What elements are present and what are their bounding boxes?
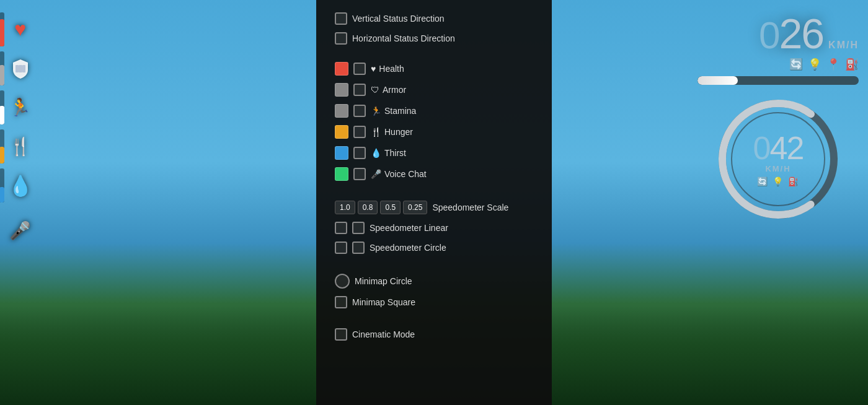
hud-item-hunger: 🍴: [3, 129, 78, 163]
armor-label: 🛡 Armor: [371, 85, 406, 95]
status-health-row: ♥ Health: [335, 62, 533, 76]
thirst-bar-container: [0, 168, 4, 202]
linear-speedometer: 026 KM/H 🔄 💡 📍 ⛽: [685, 12, 859, 85]
hunger-color-swatch[interactable]: [335, 125, 348, 139]
hunger-bar-container: [0, 129, 4, 163]
circle-speedometer: 042 KM/H 🔄 💡 ⛽: [716, 97, 840, 221]
needle-icon: 📍: [826, 58, 840, 71]
minimap-square-label: Minimap Square: [352, 297, 415, 307]
speedometer-circle-checkbox-1[interactable]: [335, 242, 347, 254]
circle-speed-inner: 042 KM/H 🔄 💡 ⛽: [753, 132, 804, 186]
voice-icon: 🎤: [3, 214, 37, 248]
circle-speedometer-container: 042 KM/H 🔄 💡 ⛽: [716, 97, 852, 221]
status-voice-row: 🎤 Voice Chat: [335, 167, 533, 181]
voice-setting-icon: 🎤: [371, 169, 381, 179]
stamina-color-swatch[interactable]: [335, 104, 348, 118]
status-hunger-row: 🍴 Hunger: [335, 125, 533, 139]
speedometer-circle-checkbox-2[interactable]: [352, 242, 365, 254]
armor-setting-icon: 🛡: [371, 85, 379, 95]
lights-icon: 💡: [808, 58, 822, 71]
scale-1-0-button[interactable]: 1.0: [335, 201, 355, 214]
car-icon: 🔄: [789, 58, 803, 71]
armor-checkbox[interactable]: [353, 84, 366, 96]
horizontal-status-row: Horizontal Status Direction: [335, 32, 533, 45]
svg-rect-2: [22, 65, 25, 72]
fuel-icon-linear: ⛽: [845, 58, 859, 71]
speed-bar: [698, 76, 859, 85]
svg-rect-1: [16, 65, 19, 72]
scale-0-5-button[interactable]: 0.5: [380, 201, 401, 214]
hud-item-thirst: 💧: [3, 168, 78, 202]
thirst-checkbox[interactable]: [353, 147, 366, 159]
stamina-setting-icon: 🏃: [371, 106, 381, 116]
voice-checkbox[interactable]: [353, 168, 366, 180]
minimap-square-row: Minimap Square: [335, 296, 533, 308]
linear-icons-row: 🔄 💡 📍 ⛽: [685, 58, 859, 71]
circle-icons-row: 🔄 💡 ⛽: [753, 176, 804, 186]
stamina-checkbox[interactable]: [353, 105, 366, 117]
health-setting-icon: ♥: [371, 64, 376, 74]
speedometer-circle-label: Speedometer Circle: [370, 243, 446, 253]
cinematic-mode-row: Cinematic Mode: [335, 328, 533, 341]
stamina-bar: [0, 106, 4, 124]
minimap-circle-row: Minimap Circle: [335, 274, 533, 289]
armor-bar-container: [0, 51, 4, 85]
health-icon: ♥: [3, 12, 37, 46]
left-hud: ♥ 🏃 🍴 💧 🎤: [0, 0, 81, 405]
thirst-icon: 💧: [3, 168, 37, 202]
voice-color-swatch[interactable]: [335, 167, 348, 181]
cinematic-mode-checkbox[interactable]: [335, 328, 347, 341]
status-stamina-row: 🏃 Stamina: [335, 104, 533, 118]
speedometer-scale-row: 1.0 0.8 0.5 0.25 Speedometer Scale: [335, 201, 533, 214]
linear-speed-leading: 0: [759, 14, 779, 56]
thirst-label: 💧 Thirst: [371, 148, 406, 158]
hud-item-armor: [3, 51, 78, 85]
linear-speed-digits: 26: [779, 10, 823, 57]
circle-speed-digits: 42: [770, 130, 804, 166]
health-label: ♥ Health: [371, 64, 404, 74]
armor-bar: [0, 65, 4, 85]
vertical-status-label: Vertical Status Direction: [352, 14, 445, 24]
hud-item-stamina: 🏃: [3, 90, 78, 124]
vertical-status-checkbox[interactable]: [335, 12, 347, 25]
circle-car-icon: 🔄: [757, 176, 768, 186]
minimap-circle-checkbox[interactable]: [335, 274, 350, 289]
speedometer-linear-checkbox-1[interactable]: [335, 222, 347, 234]
linear-speed-unit: KM/H: [828, 40, 859, 51]
horizontal-status-checkbox[interactable]: [335, 32, 347, 45]
status-armor-row: 🛡 Armor: [335, 83, 533, 97]
settings-panel: Vertical Status Direction Horizontal Sta…: [316, 0, 552, 405]
hud-item-voice: 🎤: [3, 214, 78, 248]
linear-speed-value: 026: [759, 12, 823, 54]
speed-bar-fill: [698, 76, 738, 85]
speedometer-scale-label: Speedometer Scale: [432, 202, 508, 212]
voice-label: 🎤 Voice Chat: [371, 169, 427, 179]
scale-0-25-button[interactable]: 0.25: [403, 201, 427, 214]
thirst-setting-icon: 💧: [371, 148, 381, 158]
circle-fuel-icon: ⛽: [788, 176, 799, 186]
divider-3: [335, 261, 533, 274]
health-color-swatch[interactable]: [335, 62, 348, 76]
speedometer-linear-checkbox-2[interactable]: [352, 222, 365, 234]
cinematic-mode-label: Cinematic Mode: [352, 329, 415, 339]
divider-4: [335, 316, 533, 328]
stamina-icon: 🏃: [3, 90, 37, 124]
hunger-checkbox[interactable]: [353, 126, 366, 138]
health-bar-container: [0, 12, 4, 46]
horizontal-status-label: Horizontal Status Direction: [352, 33, 455, 43]
divider-2: [335, 188, 533, 201]
thirst-color-swatch[interactable]: [335, 146, 348, 160]
circle-speed-leading: 0: [753, 130, 770, 166]
vertical-status-row: Vertical Status Direction: [335, 12, 533, 25]
armor-color-swatch[interactable]: [335, 83, 348, 97]
hunger-icon: 🍴: [3, 129, 37, 163]
speedometer-circle-row: Speedometer Circle: [335, 242, 533, 254]
speedometer-linear-row: Speedometer Linear: [335, 222, 533, 234]
minimap-square-checkbox[interactable]: [335, 296, 347, 308]
hud-item-health: ♥: [3, 12, 78, 46]
hunger-bar: [0, 147, 4, 164]
circle-lights-icon: 💡: [773, 176, 783, 186]
armor-icon: [3, 51, 37, 85]
scale-0-8-button[interactable]: 0.8: [358, 201, 378, 214]
health-checkbox[interactable]: [353, 63, 366, 75]
